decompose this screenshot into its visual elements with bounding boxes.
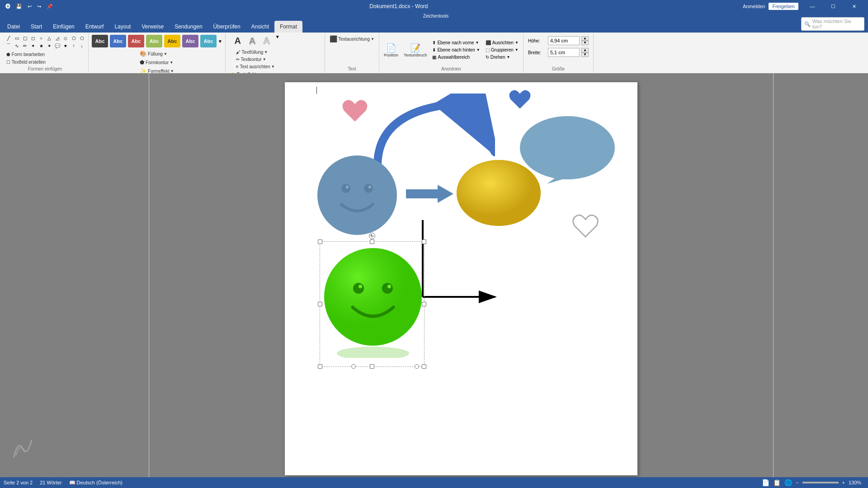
shape-heart-pink[interactable] (339, 96, 366, 121)
shape-arrow-right[interactable] (406, 183, 453, 205)
shape-icon-rect[interactable]: ▭ (13, 34, 21, 42)
shape-icon-arrow-up[interactable]: ↑ (70, 42, 78, 49)
quick-access-toolbar[interactable]: 🅦 💾 ↩ ↪ 📌 (4, 4, 55, 9)
effekt-dropdown-icon[interactable]: ▼ (170, 69, 174, 73)
handle-extra-right[interactable] (415, 364, 419, 369)
height-decrease[interactable]: ▼ (581, 41, 589, 45)
document-canvas[interactable]: ↻ (285, 82, 637, 475)
textkontur-button[interactable]: ✏ Textkontur ▼ (234, 56, 277, 63)
undo-button[interactable]: ↩ (26, 4, 33, 9)
form-bearbeiten-button[interactable]: ⬟ Form bearbeiten (5, 51, 47, 58)
width-input[interactable] (548, 48, 580, 57)
text-ausrichten-button[interactable]: ≡ Text ausrichten ▼ (234, 63, 277, 70)
shape-icon-rect2[interactable]: ◻ (29, 34, 37, 42)
handle-bl[interactable] (318, 364, 322, 369)
shape-icon-callout[interactable]: 💬 (53, 42, 61, 49)
tab-format[interactable]: Format (274, 21, 302, 33)
vorne-button[interactable]: ⬆ Ebene nach vorne ▼ (430, 39, 481, 46)
tab-sendungen[interactable]: Sendungen (169, 21, 208, 33)
language-indicator[interactable]: 📖 Deutsch (Österreich) (69, 480, 123, 486)
shape-heart-blue[interactable] (506, 87, 533, 113)
drehen-button[interactable]: ↻ Drehen ▼ (484, 54, 520, 61)
kontur-button[interactable]: ⬟ Formkontur ▼ (138, 58, 175, 66)
tab-einfuegen[interactable]: Einfügen (47, 21, 80, 33)
shape-icon-freeform[interactable]: ✏ (21, 42, 29, 49)
textausrichtung-dropdown-icon[interactable]: ▼ (371, 37, 374, 41)
wordart-outline[interactable]: A (260, 34, 274, 47)
style-yellow[interactable]: Abc (164, 35, 180, 47)
handle-ml[interactable] (318, 302, 322, 306)
zoom-out-button[interactable]: − (796, 480, 798, 485)
wordart-more-icon[interactable]: ▼ (275, 34, 280, 47)
textfeld-erstellen-button[interactable]: ☐ Textfeld erstellen (5, 59, 47, 66)
handle-extra-left[interactable] (351, 364, 356, 369)
textfuellung-button[interactable]: 🖌 Textfüllung ▼ (234, 49, 277, 56)
height-input[interactable] (548, 36, 580, 45)
shape-icon-ellipse[interactable]: ○ (37, 34, 45, 42)
shape-icon-rounded-rect[interactable]: ▢ (21, 34, 29, 42)
style-blue[interactable]: Abc (110, 35, 126, 47)
textausrichtung-button[interactable]: ⬛ Textausrichtung ▼ (328, 34, 376, 43)
position-button[interactable]: 📄 Position (382, 42, 400, 58)
tab-verweise[interactable]: Verweise (136, 21, 169, 33)
auswahlbereich-button[interactable]: ▦ Auswahlbereich (430, 54, 481, 61)
canvas-area[interactable]: ↻ (149, 73, 773, 477)
view-read[interactable]: 📄 (762, 479, 769, 486)
close-button[interactable]: ✕ (844, 0, 864, 13)
textumbruch-button[interactable]: 📝 Textumbruch (402, 42, 429, 58)
shape-icon-arrow-down[interactable]: ↓ (78, 42, 86, 49)
ausrichten-button[interactable]: ⬛ Ausrichten ▼ (484, 39, 520, 46)
height-increase[interactable]: ▲ (581, 36, 589, 41)
view-print[interactable]: 📋 (773, 479, 781, 486)
vorne-dropdown-icon[interactable]: ▼ (476, 41, 479, 45)
shape-heart-outline[interactable] (570, 211, 601, 240)
style-red[interactable]: Abc (128, 35, 144, 47)
wordart-shadow[interactable]: A (245, 34, 259, 47)
minimize-button[interactable]: — (802, 0, 823, 13)
style-dark[interactable]: Abc (92, 35, 108, 47)
handle-tl[interactable] (318, 239, 322, 244)
shape-icon-arc[interactable]: ⌒ (5, 42, 13, 49)
zoom-in-button[interactable]: + (842, 480, 845, 485)
style-teal[interactable]: Abc (200, 35, 217, 47)
save-button[interactable]: 💾 (14, 4, 24, 9)
width-decrease[interactable]: ▼ (581, 52, 589, 57)
tab-datei[interactable]: Datei (2, 21, 25, 33)
shape-ellipse-yellow[interactable] (456, 159, 542, 227)
style-green[interactable]: Abc (146, 35, 162, 47)
hinten-button[interactable]: ⬇ Ebene nach hinten ▼ (430, 47, 481, 53)
tab-entwurf[interactable]: Entwurf (80, 21, 109, 33)
shape-smiley-blue[interactable] (316, 155, 398, 236)
signin-button[interactable]: Anmelden (743, 4, 765, 9)
width-increase[interactable]: ▲ (581, 48, 589, 52)
gruppieren-dropdown-icon[interactable]: ▼ (515, 48, 519, 52)
shape-icon-star6[interactable]: ✶ (45, 42, 53, 49)
hinten-dropdown-icon[interactable]: ▼ (476, 48, 480, 52)
kontur-dropdown-icon[interactable]: ▼ (170, 61, 173, 65)
tab-layout[interactable]: Layout (109, 21, 136, 33)
shape-icon-diamond[interactable]: ◇ (61, 34, 70, 42)
window-controls[interactable]: — ☐ ✕ (802, 0, 864, 13)
shape-icon-heart[interactable]: ♥ (61, 42, 70, 49)
textfuellung-dropdown-icon[interactable]: ▼ (264, 50, 268, 54)
handle-bc[interactable] (370, 364, 374, 369)
pin-button[interactable]: 📌 (45, 4, 55, 9)
ausrichten-dropdown-icon[interactable]: ▼ (515, 41, 519, 45)
maximize-button[interactable]: ☐ (823, 0, 844, 13)
shape-icon-star5[interactable]: ★ (37, 42, 45, 49)
textkontur-dropdown-icon[interactable]: ▼ (263, 57, 266, 61)
shape-icon-curve[interactable]: ∿ (13, 42, 21, 49)
shape-icon-line[interactable]: ╱ (5, 34, 13, 42)
fuellung-button[interactable]: 🎨 Füllung ▼ (138, 50, 175, 58)
tab-ueberpruefen[interactable]: Überprüfen (208, 21, 246, 33)
handle-br[interactable] (422, 364, 426, 369)
style-purple[interactable]: Abc (182, 35, 198, 47)
zoom-slider[interactable] (802, 482, 839, 483)
shape-icon-star4[interactable]: ✦ (29, 42, 37, 49)
redo-button[interactable]: ↪ (35, 4, 43, 9)
text-ausrichten-dropdown-icon[interactable]: ▼ (271, 65, 275, 69)
wordart-normal[interactable]: A (231, 34, 245, 47)
formenarten-more-icon[interactable]: ▼ (218, 39, 222, 44)
shape-icon-pentagon[interactable]: ⬠ (70, 34, 78, 42)
shape-icon-rtriangle[interactable]: ◿ (53, 34, 61, 42)
